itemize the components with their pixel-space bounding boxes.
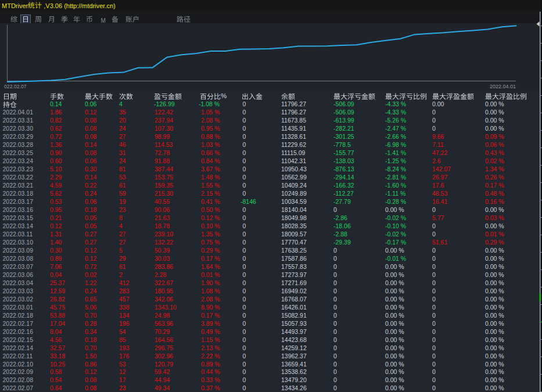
svg-text:022.02.07: 022.02.07	[4, 84, 27, 89]
svg-text:2022.04.01: 2022.04.01	[490, 84, 516, 89]
